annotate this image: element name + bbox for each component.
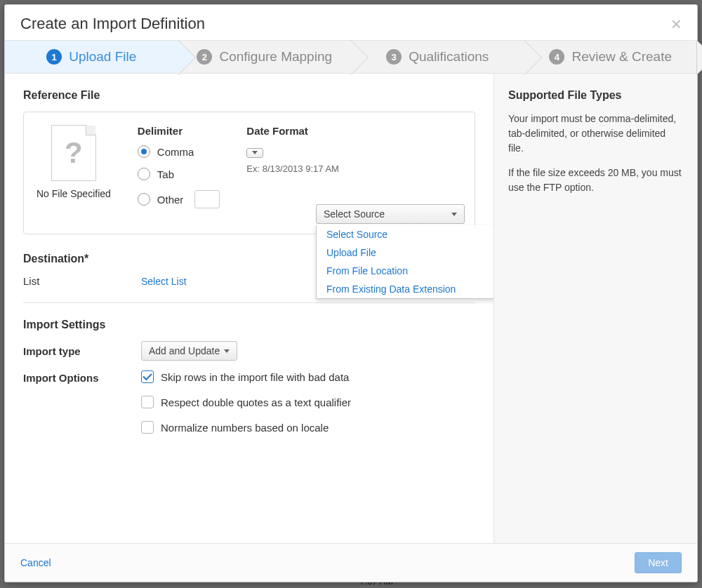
option-normalize-numbers[interactable]: Normalize numbers based on locale: [141, 421, 351, 434]
source-option-file-location[interactable]: From File Location: [317, 262, 494, 280]
select-list-link[interactable]: Select List: [141, 276, 187, 287]
import-definition-modal: Create an Import Definition × 1Upload Fi…: [4, 4, 698, 582]
import-type-dropdown[interactable]: Add and Update: [141, 341, 237, 361]
select-source-button[interactable]: Select Source: [316, 204, 465, 224]
date-format-heading: Date Format: [246, 125, 339, 137]
delimiter-tab-row[interactable]: Tab: [138, 168, 220, 180]
cancel-button[interactable]: Cancel: [20, 557, 51, 568]
modal-title: Create an Import Definition: [20, 15, 205, 33]
sidebar-heading: Supported File Types: [508, 89, 683, 102]
no-file-label: No File Specified: [37, 188, 111, 199]
source-option-existing-de[interactable]: From Existing Data Extension: [317, 280, 494, 298]
delimiter-block: Delimiter Comma Tab Other: [138, 125, 220, 218]
delimiter-heading: Delimiter: [138, 125, 220, 137]
reference-file-box: ? No File Specified Delimiter Comma Tab: [23, 112, 475, 234]
delimiter-other-row[interactable]: Other: [138, 190, 220, 208]
file-preview: ? No File Specified: [37, 125, 111, 218]
import-settings-heading: Import Settings: [23, 319, 475, 331]
import-type-row: Import type Add and Update: [23, 341, 475, 361]
radio-tab[interactable]: [138, 168, 150, 180]
delimiter-other-input[interactable]: [194, 190, 220, 208]
close-icon[interactable]: ×: [671, 15, 682, 33]
radio-other[interactable]: [138, 193, 150, 206]
chevron-down-icon: [252, 151, 258, 154]
sidebar: Supported File Types Your import must be…: [494, 74, 697, 543]
select-source-dropdown: Select Source Upload File From File Loca…: [316, 225, 494, 299]
wizard-steps: 1Upload File 2Configure Mapping 3Qualifi…: [5, 40, 697, 74]
main-column: Reference File ? No File Specified Delim…: [5, 74, 494, 543]
source-option-upload-file[interactable]: Upload File: [317, 243, 494, 262]
option-skip-bad-rows[interactable]: Skip rows in the import file with bad da…: [141, 370, 351, 383]
checkbox-normalize-numbers[interactable]: [141, 421, 154, 434]
option-respect-quotes[interactable]: Respect double quotes as a text qualifie…: [141, 396, 351, 408]
divider: [23, 302, 475, 303]
sidebar-text-1: Your import must be comma-delimited, tab…: [508, 112, 683, 156]
checkbox-respect-quotes[interactable]: [141, 396, 154, 408]
step-upload-file[interactable]: 1Upload File: [5, 41, 178, 73]
source-option-select-source[interactable]: Select Source: [317, 225, 494, 243]
chevron-down-icon: [451, 213, 457, 216]
destination-list-label: List: [23, 275, 141, 287]
step-configure-mapping[interactable]: 2Configure Mapping: [178, 41, 352, 73]
date-format-dropdown[interactable]: [246, 148, 263, 158]
radio-comma[interactable]: [138, 145, 150, 158]
step-review-create[interactable]: 4Review & Create: [524, 41, 698, 73]
import-type-label: Import type: [23, 345, 141, 357]
next-button[interactable]: Next: [635, 552, 682, 573]
file-icon: ?: [51, 125, 96, 181]
select-source-wrap: Select Source Select Source Upload File …: [316, 204, 465, 224]
checkbox-skip-bad-rows[interactable]: [141, 370, 154, 383]
chevron-down-icon: [224, 349, 230, 353]
import-options-label: Import Options: [23, 370, 141, 446]
reference-file-heading: Reference File: [23, 89, 475, 102]
date-format-example: Ex: 8/13/2013 9:17 AM: [246, 163, 339, 174]
import-options-block: Import Options Skip rows in the import f…: [23, 370, 475, 446]
delimiter-comma-row[interactable]: Comma: [138, 145, 220, 158]
modal-header: Create an Import Definition ×: [5, 5, 697, 40]
sidebar-text-2: If the file size exceeds 20 MB, you must…: [508, 166, 683, 195]
modal-footer: Cancel Next: [5, 543, 697, 582]
step-qualifications[interactable]: 3Qualifications: [351, 41, 524, 73]
